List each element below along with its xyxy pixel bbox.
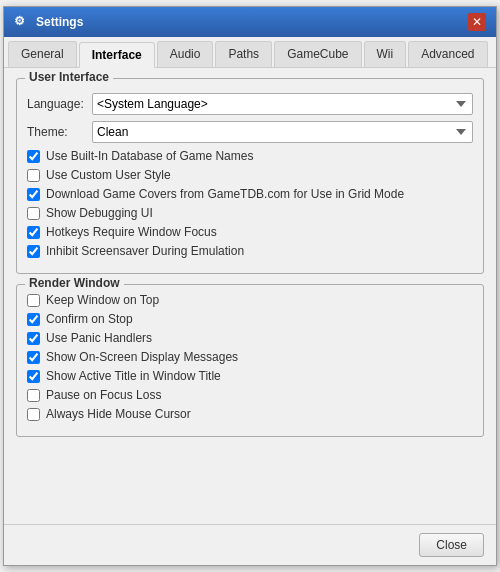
render-window-group: Render Window Keep Window on TopConfirm … — [16, 284, 484, 437]
tab-paths[interactable]: Paths — [215, 41, 272, 67]
render-checkbox-label-4: Show Active Title in Window Title — [46, 369, 221, 383]
render-checkbox-6[interactable] — [27, 408, 40, 421]
window-icon: ⚙ — [14, 14, 30, 30]
render-checkbox-row-4: Show Active Title in Window Title — [27, 369, 473, 383]
render-checkbox-5[interactable] — [27, 389, 40, 402]
theme-label: Theme: — [27, 125, 92, 139]
render-checkbox-1[interactable] — [27, 313, 40, 326]
ui-checkbox-row-3: Show Debugging UI — [27, 206, 473, 220]
ui-checkboxes-container: Use Built-In Database of Game NamesUse C… — [27, 149, 473, 258]
tab-audio[interactable]: Audio — [157, 41, 214, 67]
render-checkbox-2[interactable] — [27, 332, 40, 345]
ui-checkbox-3[interactable] — [27, 207, 40, 220]
title-bar: ⚙ Settings ✕ — [4, 7, 496, 37]
tab-advanced[interactable]: Advanced — [408, 41, 487, 67]
ui-checkbox-5[interactable] — [27, 245, 40, 258]
render-checkbox-label-3: Show On-Screen Display Messages — [46, 350, 238, 364]
render-checkbox-label-1: Confirm on Stop — [46, 312, 133, 326]
render-window-group-title: Render Window — [25, 276, 124, 290]
language-label: Language: — [27, 97, 92, 111]
tab-general[interactable]: General — [8, 41, 77, 67]
ui-checkbox-row-1: Use Custom User Style — [27, 168, 473, 182]
render-checkbox-label-2: Use Panic Handlers — [46, 331, 152, 345]
ui-checkbox-2[interactable] — [27, 188, 40, 201]
render-checkbox-0[interactable] — [27, 294, 40, 307]
title-bar-left: ⚙ Settings — [14, 14, 83, 30]
window-title: Settings — [36, 15, 83, 29]
render-checkbox-row-1: Confirm on Stop — [27, 312, 473, 326]
ui-checkbox-row-4: Hotkeys Require Window Focus — [27, 225, 473, 239]
render-checkbox-label-6: Always Hide Mouse Cursor — [46, 407, 191, 421]
tab-bar: GeneralInterfaceAudioPathsGameCubeWiiAdv… — [4, 37, 496, 68]
close-button[interactable]: Close — [419, 533, 484, 557]
ui-checkbox-label-1: Use Custom User Style — [46, 168, 171, 182]
language-row: Language: <System Language> — [27, 93, 473, 115]
ui-checkbox-label-2: Download Game Covers from GameTDB.com fo… — [46, 187, 404, 201]
render-checkbox-label-0: Keep Window on Top — [46, 293, 159, 307]
ui-checkbox-label-3: Show Debugging UI — [46, 206, 153, 220]
render-checkbox-row-5: Pause on Focus Loss — [27, 388, 473, 402]
theme-select[interactable]: Clean — [92, 121, 473, 143]
ui-checkbox-row-5: Inhibit Screensaver During Emulation — [27, 244, 473, 258]
settings-window: ⚙ Settings ✕ GeneralInterfaceAudioPathsG… — [3, 6, 497, 566]
render-checkbox-row-3: Show On-Screen Display Messages — [27, 350, 473, 364]
tab-gamecube[interactable]: GameCube — [274, 41, 361, 67]
ui-checkbox-row-2: Download Game Covers from GameTDB.com fo… — [27, 187, 473, 201]
render-checkbox-4[interactable] — [27, 370, 40, 383]
render-checkbox-3[interactable] — [27, 351, 40, 364]
language-select[interactable]: <System Language> — [92, 93, 473, 115]
main-content: User Interface Language: <System Languag… — [4, 68, 496, 524]
ui-checkbox-label-0: Use Built-In Database of Game Names — [46, 149, 253, 163]
user-interface-group-title: User Interface — [25, 70, 113, 84]
render-checkboxes-container: Keep Window on TopConfirm on StopUse Pan… — [27, 293, 473, 421]
render-checkbox-row-6: Always Hide Mouse Cursor — [27, 407, 473, 421]
tab-interface[interactable]: Interface — [79, 42, 155, 68]
tab-wii[interactable]: Wii — [364, 41, 407, 67]
footer: Close — [4, 524, 496, 565]
render-checkbox-label-5: Pause on Focus Loss — [46, 388, 161, 402]
ui-checkbox-4[interactable] — [27, 226, 40, 239]
ui-checkbox-row-0: Use Built-In Database of Game Names — [27, 149, 473, 163]
user-interface-group: User Interface Language: <System Languag… — [16, 78, 484, 274]
ui-checkbox-label-4: Hotkeys Require Window Focus — [46, 225, 217, 239]
theme-row: Theme: Clean — [27, 121, 473, 143]
render-checkbox-row-2: Use Panic Handlers — [27, 331, 473, 345]
ui-checkbox-1[interactable] — [27, 169, 40, 182]
close-window-button[interactable]: ✕ — [468, 13, 486, 31]
ui-checkbox-0[interactable] — [27, 150, 40, 163]
render-checkbox-row-0: Keep Window on Top — [27, 293, 473, 307]
ui-checkbox-label-5: Inhibit Screensaver During Emulation — [46, 244, 244, 258]
